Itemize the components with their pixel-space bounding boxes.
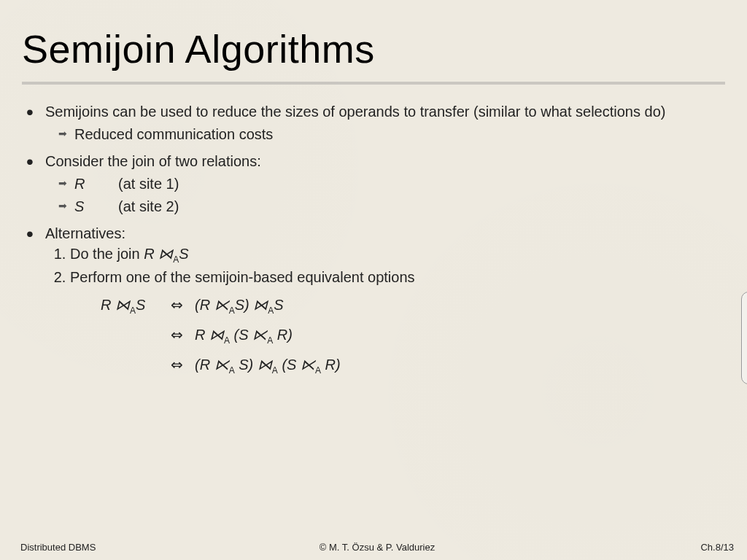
footer-right: Ch.8/13 [700, 542, 734, 553]
tradeoff-callout: Tradeoff between a) cost to compute and … [741, 292, 747, 384]
eq-lhs: R ⋈AS [101, 296, 159, 316]
bullet-2-sub: R (at site 1) S (at site 2) [45, 176, 725, 215]
bullet-2-text: Consider the join of two relations: [45, 153, 261, 169]
slide-title: Semijoin Algorithms [22, 26, 725, 71]
bullet-1a: Reduced communication costs [58, 126, 725, 143]
bullet-3: Alternatives: Do the join R ⋈AS Perform … [26, 225, 725, 376]
alt-2: Perform one of the semijoin-based equiva… [70, 269, 725, 286]
relation-s-site: (at site 2) [118, 198, 179, 215]
relation-s: S (at site 2) [58, 198, 725, 215]
iff-3: ⇔ [171, 356, 183, 373]
relation-r: R (at site 1) [58, 176, 725, 192]
relation-r-label: R [74, 176, 89, 192]
equivalence-block: R ⋈AS ⇔ (R ⋉AS) ⋈AS ⇔ R ⋈A (S ⋉A R) ⇔ (R… [101, 296, 725, 376]
footer: Distributed DBMS © M. T. Özsu & P. Valdu… [20, 542, 734, 553]
alt-1: Do the join R ⋈AS [70, 245, 725, 265]
alternatives-list: Do the join R ⋈AS Perform one of the sem… [70, 245, 725, 286]
footer-center: © M. T. Özsu & P. Valduriez [320, 542, 435, 553]
eq-rhs-3: (R ⋉A S) ⋈A (S ⋉A R) [195, 356, 341, 376]
bullet-2: Consider the join of two relations: R (a… [26, 153, 725, 215]
bullet-3-text: Alternatives: [45, 225, 125, 241]
eq-row-1: R ⋈AS ⇔ (R ⋉AS) ⋈AS [101, 296, 725, 316]
eq-row-2: ⇔ R ⋈A (S ⋉A R) [101, 326, 725, 346]
iff-2: ⇔ [171, 326, 183, 343]
iff-1: ⇔ [171, 296, 183, 314]
slide: Semijoin Algorithms Semijoins can be use… [0, 0, 747, 560]
bullet-1: Semijoins can be used to reduce the size… [26, 104, 725, 143]
bullet-list: Semijoins can be used to reduce the size… [22, 104, 725, 376]
title-rule [22, 82, 725, 85]
relation-s-label: S [74, 198, 89, 215]
footer-left: Distributed DBMS [20, 542, 96, 553]
relation-r-site: (at site 1) [118, 176, 179, 192]
bullet-1-sub: Reduced communication costs [45, 126, 725, 143]
alt-1-pre: Do the join [70, 246, 144, 262]
eq-rhs-2: R ⋈A (S ⋉A R) [195, 326, 293, 346]
eq-row-3: ⇔ (R ⋉A S) ⋈A (S ⋉A R) [101, 356, 725, 376]
bullet-1-text: Semijoins can be used to reduce the size… [45, 104, 665, 120]
alt-1-expr: R ⋈AS [144, 246, 188, 262]
eq-rhs-1: (R ⋉AS) ⋈AS [195, 296, 284, 316]
